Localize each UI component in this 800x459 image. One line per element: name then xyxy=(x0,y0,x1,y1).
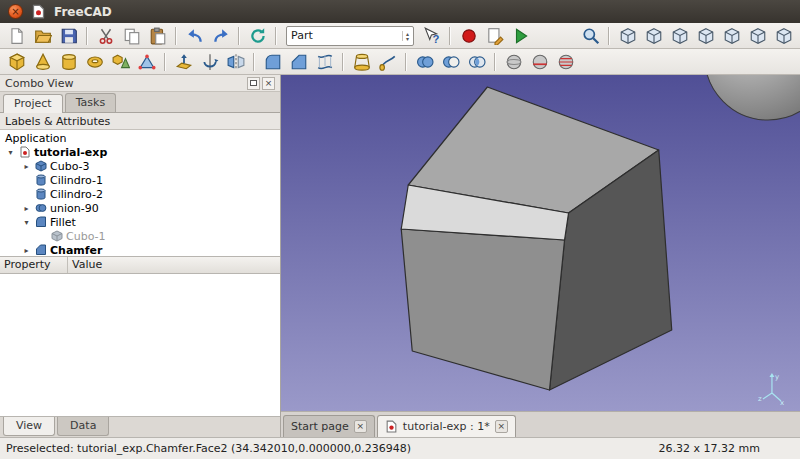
toolbar-separator xyxy=(175,27,177,45)
window-close-button[interactable]: × xyxy=(8,4,23,19)
open-document-button[interactable] xyxy=(30,24,55,47)
refresh-button[interactable] xyxy=(245,24,270,47)
union-icon xyxy=(35,202,47,214)
part-primitives-icon xyxy=(112,53,130,71)
tab-view[interactable]: View xyxy=(3,417,55,436)
view-rear-icon xyxy=(723,27,741,45)
whats-this-button[interactable] xyxy=(419,24,444,47)
part-loft-button[interactable] xyxy=(349,50,374,73)
view-rear-button[interactable] xyxy=(719,24,744,47)
new-document-button[interactable] xyxy=(4,24,29,47)
tab-data[interactable]: Data xyxy=(57,417,109,436)
window-title: FreeCAD xyxy=(54,5,112,19)
expander-closed-icon[interactable]: ▸ xyxy=(21,162,32,171)
status-preselection-text: Preselected: tutorial_exp.Chamfer.Face2 … xyxy=(6,442,659,455)
axis-x-label: x xyxy=(780,399,784,407)
cube-gray-icon xyxy=(51,230,63,242)
tree-item-cilindro-2[interactable]: Cilindro-2 xyxy=(0,187,280,201)
part-boolean-union-button[interactable] xyxy=(412,50,437,73)
tree-item-application[interactable]: Application xyxy=(0,131,280,145)
panel-close-button[interactable]: × xyxy=(262,77,275,90)
part-boolean-cut-button[interactable] xyxy=(438,50,463,73)
part-cone-button[interactable] xyxy=(30,50,55,73)
tree-item-cubo-1[interactable]: Cubo-1 xyxy=(0,229,280,243)
redo-button[interactable] xyxy=(208,24,233,47)
expander-open-icon[interactable]: ▾ xyxy=(5,148,16,157)
spin-down-icon[interactable]: ▾ xyxy=(406,36,409,41)
part-cylinder-icon xyxy=(60,53,78,71)
expander-closed-icon[interactable]: ▸ xyxy=(21,246,32,255)
tree-item-tutorial-exp[interactable]: ▾ tutorial-exp xyxy=(0,145,280,159)
part-ruled-surface-button[interactable] xyxy=(312,50,337,73)
part-boolean-common-button[interactable] xyxy=(464,50,489,73)
record-macro-button[interactable] xyxy=(456,24,481,47)
tree-item-cilindro-1[interactable]: Cilindro-1 xyxy=(0,173,280,187)
save-button[interactable] xyxy=(56,24,81,47)
cylinder-icon xyxy=(35,174,47,186)
workbench-selector[interactable]: Part ▴ ▾ xyxy=(286,26,414,46)
view-bottom-button[interactable] xyxy=(745,24,770,47)
float-icon xyxy=(250,80,257,86)
view-right-button[interactable] xyxy=(693,24,718,47)
part-shape-builder-button[interactable] xyxy=(134,50,159,73)
tree-item-fillet[interactable]: ▾ Fillet xyxy=(0,215,280,229)
labels-attributes-label: Labels & Attributes xyxy=(5,115,110,128)
part-mirror-button[interactable] xyxy=(223,50,248,73)
part-extrude-button[interactable] xyxy=(171,50,196,73)
undo-button[interactable] xyxy=(182,24,207,47)
expander-open-icon[interactable]: ▾ xyxy=(21,218,32,227)
view-axonometric-button[interactable] xyxy=(615,24,640,47)
tab-tasks-label: Tasks xyxy=(76,96,105,109)
part-boolean-cut-icon xyxy=(442,53,460,71)
part-cross-sections-button[interactable] xyxy=(553,50,578,73)
part-section-button[interactable] xyxy=(527,50,552,73)
part-box-button[interactable] xyxy=(4,50,29,73)
edit-macro-button[interactable] xyxy=(482,24,507,47)
toolbar-separator xyxy=(342,53,344,71)
property-table-body[interactable] xyxy=(0,274,280,417)
tree-item-label: Application xyxy=(5,132,66,145)
toolbar-standard: Part ▴ ▾ xyxy=(0,23,800,49)
property-column-header[interactable]: Property xyxy=(0,257,68,273)
tab-tutorial-exp[interactable]: tutorial-exp : 1* × xyxy=(377,415,516,437)
tree-item-label: Cubo-3 xyxy=(50,160,90,173)
part-cross-sections-icon xyxy=(557,53,575,71)
part-revolve-button[interactable] xyxy=(197,50,222,73)
tree-item-label: Chamfer xyxy=(50,244,102,257)
value-column-header[interactable]: Value xyxy=(68,257,280,273)
part-cylinder-button[interactable] xyxy=(56,50,81,73)
toolbar-separator xyxy=(164,53,166,71)
paste-button[interactable] xyxy=(145,24,170,47)
expander-closed-icon[interactable]: ▸ xyxy=(21,204,32,213)
part-primitives-button[interactable] xyxy=(108,50,133,73)
cut-button[interactable] xyxy=(93,24,118,47)
view-top-button[interactable] xyxy=(667,24,692,47)
fit-all-button[interactable] xyxy=(578,24,603,47)
combo-spinner-icon[interactable]: ▴ ▾ xyxy=(402,31,409,41)
tab-start-page[interactable]: Start page × xyxy=(283,415,375,437)
copy-button[interactable] xyxy=(119,24,144,47)
tab-close-icon[interactable]: × xyxy=(354,420,367,433)
part-fillet-button[interactable] xyxy=(260,50,285,73)
part-sweep-button[interactable] xyxy=(375,50,400,73)
undo-icon xyxy=(186,27,204,45)
part-appearance-button[interactable] xyxy=(501,50,526,73)
view-front-button[interactable] xyxy=(641,24,666,47)
tab-close-icon[interactable]: × xyxy=(495,420,508,433)
part-torus-button[interactable] xyxy=(82,50,107,73)
3d-viewport[interactable]: y x z xyxy=(281,75,800,411)
view-left-icon xyxy=(775,27,793,45)
tree-item-chamfer[interactable]: ▸ Chamfer xyxy=(0,243,280,257)
part-section-icon xyxy=(531,53,549,71)
part-chamfer-button[interactable] xyxy=(286,50,311,73)
panel-float-button[interactable] xyxy=(247,77,260,90)
view-top-icon xyxy=(671,27,689,45)
tab-project[interactable]: Project xyxy=(3,94,63,113)
tab-tasks[interactable]: Tasks xyxy=(65,93,116,112)
view-axonometric-icon xyxy=(619,27,637,45)
3d-scene[interactable]: y x z xyxy=(281,75,800,411)
execute-macro-button[interactable] xyxy=(508,24,533,47)
tree-item-cubo-3[interactable]: ▸ Cubo-3 xyxy=(0,159,280,173)
view-left-button[interactable] xyxy=(771,24,796,47)
tree-item-union-90[interactable]: ▸ union-90 xyxy=(0,201,280,215)
